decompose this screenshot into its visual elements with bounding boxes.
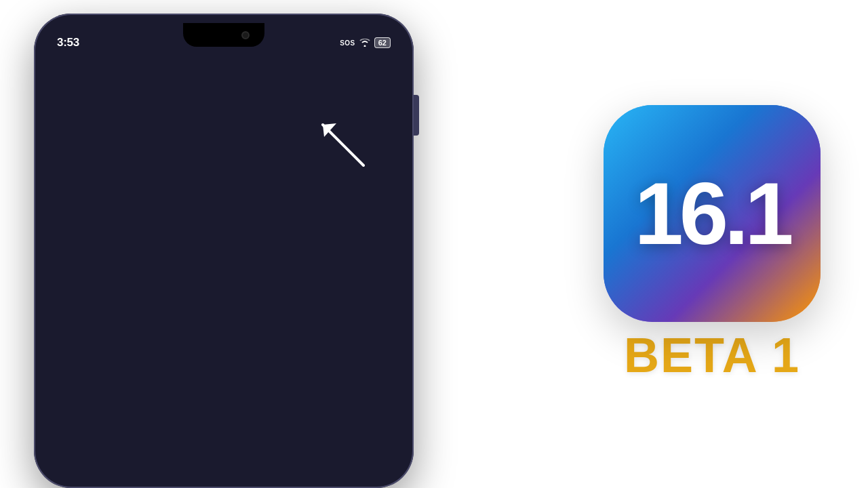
svg-rect-30 [338,417,350,419]
podcasts-icon [201,169,252,220]
ios-beta-text: BETA 1 [624,327,800,383]
iphone-wrapper: 3:53 SOS 62 [34,14,414,488]
iphone-notch [183,23,264,47]
camera-icon [75,389,125,440]
svg-point-21 [97,413,102,419]
status-time: 3:53 [57,36,79,49]
music-app-label: Music [73,232,155,247]
settings-label: Settings [168,443,197,451]
wifi-icon [359,39,370,47]
podcasts-app[interactable]: Podcasts [178,169,274,257]
svg-point-5 [332,75,339,88]
mail-label: Mail [258,443,272,451]
front-camera [241,31,250,39]
status-icons: SOS 62 [340,37,391,48]
shortcuts-label: Shortcuts [319,223,353,231]
mail-app[interactable]: Mail [229,389,302,451]
svg-point-9 [332,96,339,109]
svg-rect-27 [335,402,360,427]
podcasts-label: Podcasts [210,223,241,231]
music-status: PAUSED [73,157,155,164]
notes-icon [322,389,373,440]
sos-label: SOS [340,39,355,47]
arrow-icon [309,111,377,179]
svg-rect-29 [338,412,354,414]
podcasts-svg [208,176,244,213]
notes-svg [331,398,365,432]
notes-app[interactable]: Notes [311,389,384,451]
mail-icon [239,389,290,440]
svg-point-13 [330,87,340,98]
ios-badge-wrapper: 16.1 BETA 1 [604,105,821,383]
facetime-app[interactable]: FaceTime [178,67,274,155]
svg-rect-22 [94,405,101,409]
camera-label: Camera [86,443,114,451]
photos-svg [316,73,355,113]
ios-badge-section: 16.1 BETA 1 [556,0,868,488]
iphone-screen: 3:53 SOS 62 [43,23,404,479]
svg-rect-26 [250,405,279,426]
svg-point-23 [106,409,110,412]
camera-app[interactable]: Camera [64,389,136,451]
music-note-icon: ♪ [142,82,149,100]
settings-app[interactable]: Settings [146,389,219,451]
mail-svg [247,396,283,433]
photos-icon [311,67,361,118]
facetime-icon [201,67,252,118]
svg-rect-28 [338,408,351,410]
battery-level: 62 [374,37,391,48]
ios-version-text: 16.1 [634,169,789,258]
svg-point-7 [340,89,353,96]
bottom-app-grid: Camera Settings [57,382,391,458]
explicit-badge: E [76,141,85,148]
facetime-svg [209,76,243,110]
svg-point-11 [319,89,332,96]
settings-icon [157,389,208,440]
ios-badge-icon: 16.1 [604,105,821,322]
music-title: Loaded [73,165,155,177]
settings-svg [165,398,199,432]
music-artist: NAV [73,178,155,187]
svg-marker-3 [232,83,239,100]
camera-svg [83,398,117,432]
svg-point-25 [178,409,188,420]
iphone-section: 3:53 SOS 62 [0,0,556,488]
notes-label: Notes [338,443,358,451]
svg-rect-2 [212,85,232,100]
arrow-annotation [309,111,377,182]
music-widget[interactable]: E ♪ PAUSED Loaded NAV Music [64,67,164,257]
shortcuts-app[interactable]: Shortcuts [288,169,384,257]
facetime-label: FaceTime [209,121,243,129]
